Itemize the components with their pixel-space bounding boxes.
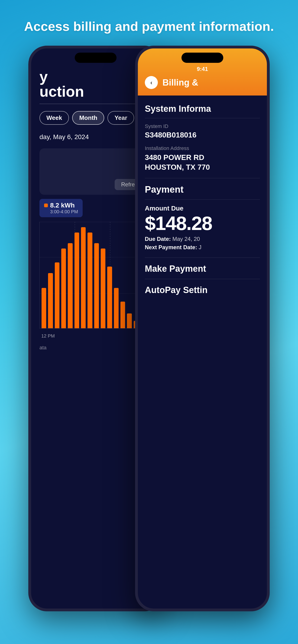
x-label-noon: 12 PM: [41, 333, 55, 339]
phone2-body: System Informa System ID S3480B018016 In…: [138, 96, 267, 304]
phones-container: y uction Week Month Year day, May 6, 202…: [0, 46, 298, 611]
tooltip-value: 8.2 kWh: [44, 202, 78, 209]
system-id-value: S3480B018016: [145, 131, 260, 139]
system-info-title: System Informa: [145, 104, 260, 114]
next-payment-value: J: [199, 244, 201, 250]
next-payment: Next Payment Date: J: [145, 244, 260, 250]
dynamic-island-2: [181, 52, 223, 63]
amount-due-label: Amount Due: [145, 205, 260, 212]
payment-title: Payment: [145, 184, 260, 195]
due-date-value: May 24, 20: [172, 236, 200, 242]
autopay-title: AutoPay Settin: [145, 285, 260, 295]
chart-tooltip: 8.2 kWh 3:00-4:00 PM: [40, 199, 83, 217]
bars-area: [40, 222, 140, 328]
tooltip-dot: [44, 204, 48, 207]
page-title: Billing &: [162, 78, 198, 88]
section-divider-1: [145, 118, 260, 118]
phone-2: 9:41 ‹ Billing & System Informa System I…: [135, 46, 270, 611]
status-bar: 9:41: [145, 66, 260, 72]
section-divider-3: [145, 199, 260, 200]
dynamic-island-1: [75, 52, 117, 63]
system-id-label: System ID: [145, 123, 260, 129]
address-value: 3480 POWER RD HOUSTON, TX 770: [145, 153, 260, 172]
due-date-label: Due Date:: [145, 236, 171, 242]
amount-due-value: $148.28: [145, 214, 260, 233]
hero-section: Access billing and payment information.: [0, 0, 298, 46]
section-divider-4: [145, 258, 260, 258]
due-date: Due Date: May 24, 20: [145, 236, 260, 242]
phone2-nav: ‹ Billing &: [145, 76, 260, 89]
current-date: day, May 6, 2024: [40, 133, 89, 141]
next-payment-label: Next Payment Date:: [145, 244, 197, 250]
x-axis-labels: 12 PM 6: [41, 330, 140, 342]
tab-month[interactable]: Month: [72, 111, 104, 125]
make-payment-title: Make Payment: [145, 264, 260, 274]
section-divider-2: [145, 178, 260, 178]
back-button[interactable]: ‹: [145, 76, 158, 89]
address-label: Installation Address: [145, 145, 260, 152]
tooltip-time: 3:00-4:00 PM: [44, 209, 78, 214]
tab-week[interactable]: Week: [40, 111, 69, 125]
hero-title: Access billing and payment information.: [0, 18, 298, 34]
tab-year[interactable]: Year: [107, 111, 134, 125]
